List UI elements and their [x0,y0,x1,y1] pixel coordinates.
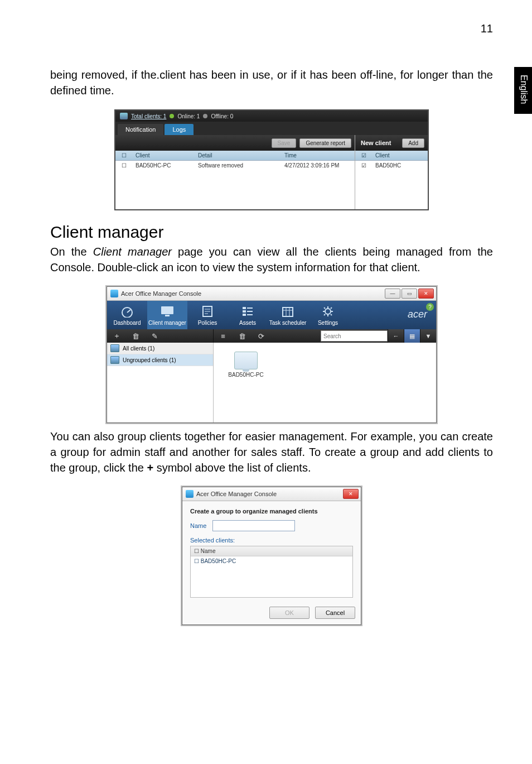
nav-policies[interactable]: Policies [187,301,228,329]
nav-policies-label: Policies [187,320,228,326]
create-group-dialog: Acer Office Manager Console ✕ Create a g… [182,487,361,625]
nav-settings-label: Settings [308,320,348,326]
tab-notification[interactable]: Notification [118,124,163,135]
logs-tabs: Notification Logs [115,122,428,135]
selected-clients-label: Selected clients: [190,537,235,544]
logs-table-header: ☐ Client Detail Time [115,151,355,161]
svg-point-18 [325,309,331,314]
header-checkbox[interactable]: ☐ [115,151,132,160]
app-icon [110,290,118,297]
newclient-row-name: BAD50HC [372,161,428,170]
window-title: Acer Office Manager Console [121,290,201,297]
nav-dashboard-label: Dashboard [107,320,147,326]
dialog-title: Acer Office Manager Console [196,491,277,497]
monitor-nav-icon [147,304,187,319]
cancel-button[interactable]: Cancel [315,607,355,619]
svg-rect-14 [283,307,293,316]
listbox-header-checkbox[interactable]: ☐ [194,548,201,554]
listbox-header-name: Name [201,548,216,554]
row-client: BAD50HC-PC [132,161,195,170]
language-tab: English [514,67,532,114]
online-dot-icon [170,114,174,118]
newclient-row[interactable]: ☑ BAD50HC [355,161,428,170]
sidebar-item-ungrouped[interactable]: Ungrouped clients (1) [107,354,213,366]
section-heading-client-manager: Client manager [50,223,493,242]
paragraph-grouping: You can also group clients together for … [50,429,493,475]
paragraph-client-manager: On the Client manager page you can view … [50,244,493,275]
maximize-button[interactable]: ▭ [402,289,417,299]
policies-icon [187,304,228,319]
offline-text: Offline: 0 [211,113,233,119]
client-manager-window: Acer Office Manager Console — ▭ ✕ ? Dash… [107,286,437,423]
logs-panel-screenshot: Total clients: 1 Online: 1 Offline: 0 No… [114,109,429,210]
para2-em: Client manager [93,246,172,258]
header-client: Client [132,151,195,160]
add-button[interactable]: Add [402,138,424,148]
client-computer-icon [234,352,258,369]
group-name-input[interactable] [212,520,295,531]
delete-group-button[interactable]: 🗑 [126,329,145,343]
back-button[interactable]: ← [388,329,404,343]
main-nav: ? Dashboard Client manager Policies [107,301,436,329]
calendar-icon [268,304,308,319]
client-card[interactable]: BAD50HC-PC [224,352,268,378]
save-button[interactable]: Save [272,138,297,148]
nav-task-scheduler-label: Task scheduler [268,320,308,326]
logs-panel-statusbar: Total clients: 1 Online: 1 Offline: 0 [115,110,428,122]
grid-view-button[interactable]: ▦ [404,329,420,343]
svg-rect-9 [243,310,246,313]
ok-button[interactable]: OK [269,607,309,619]
newclient-row-checkbox[interactable]: ☑ [355,161,372,170]
para3-strong: + [147,462,153,474]
gear-icon [308,304,348,319]
new-client-label: New client [361,140,391,146]
nav-task-scheduler[interactable]: Task scheduler [268,301,308,329]
close-button[interactable]: ✕ [418,289,434,299]
delete-client-icon[interactable]: 🗑 [233,332,252,340]
list-item-checkbox[interactable]: ☐ [194,558,201,564]
refresh-icon[interactable]: ⟳ [252,332,270,340]
search-input[interactable] [321,330,388,342]
assets-icon [228,304,268,319]
newclient-header-checkbox[interactable]: ☑ [355,151,372,160]
svg-line-1 [127,310,130,313]
nav-client-manager[interactable]: Client manager [147,301,187,329]
window-titlebar: Acer Office Manager Console — ▭ ✕ [107,287,436,301]
dialog-close-button[interactable]: ✕ [343,489,359,499]
client-card-name: BAD50HC-PC [224,372,268,378]
client-toolbar: ＋ 🗑 ✎ ≡ 🗑 ⟳ ← ▦ ▼ [107,329,436,343]
language-tab-label: English [519,75,529,104]
paragraph-intro: being removed, if the.client has been in… [50,67,493,98]
nav-settings[interactable]: Settings [308,301,348,329]
svg-line-23 [324,307,325,309]
newclient-header: ☑ Client [355,151,428,161]
para2-a: On the [50,246,93,258]
generate-report-button[interactable]: Generate report [299,138,351,148]
help-icon[interactable]: ? [426,303,434,311]
list-view-icon[interactable]: ≡ [214,332,233,340]
add-group-button[interactable]: ＋ [107,329,126,343]
page-number: 11 [481,22,493,35]
name-label: Name [190,522,206,529]
view-dropdown[interactable]: ▼ [420,329,436,343]
table-row[interactable]: ☐ BAD50HC-PC Software removed 4/27/2012 … [115,161,355,170]
list-item-name: BAD50HC-PC [201,558,236,564]
row-checkbox[interactable]: ☐ [115,161,132,170]
client-grid: BAD50HC-PC [214,343,436,422]
svg-rect-10 [243,314,246,316]
dialog-titlebar: Acer Office Manager Console ✕ [182,487,361,501]
nav-assets-label: Assets [228,320,268,326]
tab-logs[interactable]: Logs [165,124,194,135]
clients-listbox: ☐ Name ☐ BAD50HC-PC [190,546,353,598]
offline-dot-icon [203,114,207,118]
list-item[interactable]: ☐ BAD50HC-PC [191,556,352,566]
sidebar-item-all-clients[interactable]: All clients (1) [107,343,213,354]
dialog-heading: Create a group to organize managed clien… [190,508,353,515]
monitor-small-icon [110,356,119,364]
nav-client-manager-label: Client manager [147,320,187,326]
row-time: 4/27/2012 3:09:16 PM [281,161,355,170]
nav-assets[interactable]: Assets [228,301,268,329]
nav-dashboard[interactable]: Dashboard [107,301,147,329]
minimize-button[interactable]: — [385,289,400,299]
edit-group-button[interactable]: ✎ [145,329,164,343]
